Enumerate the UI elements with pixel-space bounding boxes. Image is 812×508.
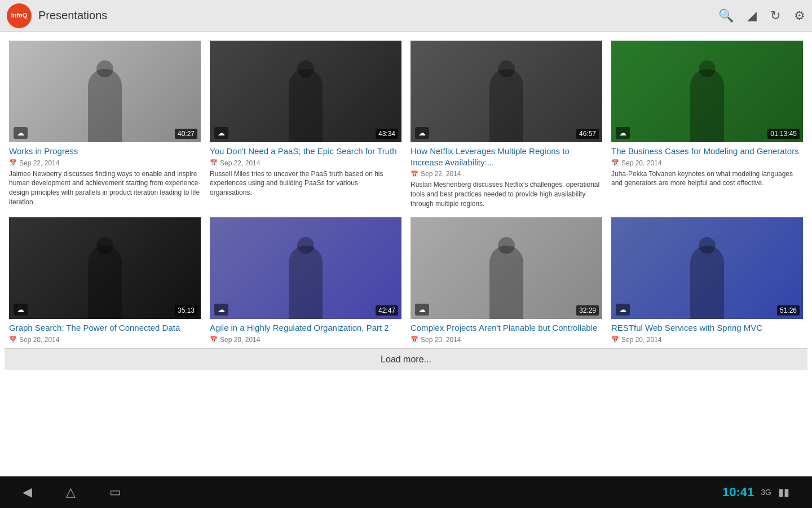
thumbnail: ☁ 46:57 [411,41,602,142]
date-text: Sep 22, 2014 [220,159,260,167]
person-silhouette [88,246,122,319]
video-duration: 43:34 [376,129,398,139]
thumbnail-wrap: ☁ 43:34 [210,41,401,142]
card-title: Complex Projects Aren't Planable but Con… [411,322,602,334]
battery-icon: ▮▮ [778,486,789,498]
card-title: Works in Progress [9,146,201,157]
card-description: Jaimee Newberry discusses finding ways t… [9,169,201,207]
date-text: Sep 20, 2014 [621,336,661,344]
download-cloud-icon: ☁ [214,304,228,316]
status-area: 10:41 3G ▮▮ [722,485,789,500]
date-text: Sep 20, 2014 [19,336,59,344]
search-icon[interactable]: 🔍 [718,8,734,23]
download-cloud-icon: ☁ [415,127,429,139]
video-duration: 46:57 [576,129,599,139]
logo-text: InfoQ [11,12,28,19]
calendar-icon: 📅 [210,159,218,167]
thumbnail-wrap: ☁ 40:27 [9,41,201,142]
card-title: How Netflix Leverages Multiple Regions t… [411,146,602,168]
video-duration: 42:47 [376,305,398,316]
calendar-icon: 📅 [411,336,418,343]
video-duration: 32:29 [576,305,599,316]
date-text: Sep 22, 2014 [19,159,59,167]
card-date: 📅 Sep 20, 2014 [411,336,602,344]
recent-apps-icon[interactable]: ▭ [109,485,121,500]
thumbnail-wrap: ☁ 32:29 [411,217,602,319]
presentation-card-1[interactable]: ☁ 43:34 You Don't Need a PaaS; the Epic … [205,36,406,213]
card-description: Juha-Pekka Tolvanen keynotes on what mod… [611,169,803,189]
date-text: Sep 22, 2014 [421,170,461,178]
load-more-label: Load more... [381,354,431,364]
card-title: Agile in a Highly Regulated Organization… [210,322,401,334]
presentation-card-5[interactable]: ☁ 42:47 Agile in a Highly Regulated Orga… [205,213,406,348]
nav-buttons: ◀ △ ▭ [23,485,121,500]
date-text: Sep 20, 2014 [621,159,661,167]
card-date: 📅 Sep 22, 2014 [411,170,602,178]
calendar-icon: 📅 [210,336,218,343]
person-silhouette [289,246,323,319]
calendar-icon: 📅 [411,170,418,178]
card-date: 📅 Sep 20, 2014 [611,336,803,344]
presentation-card-4[interactable]: ☁ 35:13 Graph Search: The Power of Conne… [5,213,205,348]
thumbnail-wrap: ☁ 01:13:45 [611,41,803,142]
card-description: Ruslan Meshenberg discusses Netflix's ch… [411,180,602,208]
thumbnail: ☁ 43:34 [210,41,401,142]
clock: 10:41 [722,485,754,500]
topbar-actions: 🔍 ◢ ↻ ⚙ [718,8,805,23]
person-silhouette [690,69,724,142]
video-duration: 40:27 [175,129,197,139]
video-duration: 51:26 [777,305,800,316]
card-title: The Business Cases for Modeling and Gene… [611,146,803,157]
thumbnail: ☁ 51:26 [611,217,803,319]
card-title: RESTful Web Services with Spring MVC [611,322,803,334]
thumbnail: ☁ 01:13:45 [611,41,803,142]
back-icon[interactable]: ◀ [23,485,32,500]
filter-icon[interactable]: ◢ [747,8,757,23]
thumbnail-wrap: ☁ 42:47 [210,217,401,319]
video-duration: 35:13 [175,305,197,316]
card-title: You Don't Need a PaaS; the Epic Search f… [210,146,401,157]
person-silhouette [489,69,523,142]
presentations-grid: ☁ 40:27 Works in Progress 📅 Sep 22, 2014… [5,36,807,348]
thumbnail: ☁ 32:29 [411,217,602,319]
date-text: Sep 20, 2014 [421,336,461,344]
calendar-icon: 📅 [9,159,17,167]
thumbnail: ☁ 40:27 [9,41,201,142]
main-content: ☁ 40:27 Works in Progress 📅 Sep 22, 2014… [0,32,812,476]
presentation-card-0[interactable]: ☁ 40:27 Works in Progress 📅 Sep 22, 2014… [5,36,205,213]
card-title: Graph Search: The Power of Connected Dat… [9,322,201,334]
download-cloud-icon: ☁ [616,127,630,139]
video-duration: 01:13:45 [767,129,800,139]
calendar-icon: 📅 [9,336,17,343]
person-silhouette [289,69,323,142]
card-date: 📅 Sep 22, 2014 [210,159,401,167]
download-cloud-icon: ☁ [214,127,228,139]
presentation-card-3[interactable]: ☁ 01:13:45 The Business Cases for Modeli… [607,36,807,213]
refresh-icon[interactable]: ↻ [770,8,780,23]
thumbnail: ☁ 42:47 [210,217,401,319]
thumbnail-wrap: ☁ 51:26 [611,217,803,319]
date-text: Sep 20, 2014 [220,336,260,344]
card-date: 📅 Sep 22, 2014 [9,159,201,167]
network-indicator: 3G [761,488,771,497]
presentation-card-2[interactable]: ☁ 46:57 How Netflix Leverages Multiple R… [406,36,607,213]
thumbnail-wrap: ☁ 46:57 [411,41,602,142]
calendar-icon: 📅 [611,336,619,343]
load-more-button[interactable]: Load more... [5,348,807,370]
download-cloud-icon: ☁ [415,304,429,316]
calendar-icon: 📅 [611,159,619,167]
app-logo[interactable]: InfoQ [7,3,32,28]
card-date: 📅 Sep 20, 2014 [9,336,201,344]
presentation-card-6[interactable]: ☁ 32:29 Complex Projects Aren't Planable… [406,213,607,348]
top-bar: InfoQ Presentations 🔍 ◢ ↻ ⚙ [0,0,812,32]
card-description: Russell Miles tries to uncover the PaaS … [210,169,401,198]
download-cloud-icon: ☁ [14,127,28,139]
bottom-navigation-bar: ◀ △ ▭ 10:41 3G ▮▮ [0,476,812,508]
app-title: Presentations [38,9,718,22]
person-silhouette [489,246,523,319]
presentation-card-7[interactable]: ☁ 51:26 RESTful Web Services with Spring… [607,213,807,348]
home-icon[interactable]: △ [66,485,76,500]
settings-icon[interactable]: ⚙ [794,8,805,23]
person-silhouette [690,246,724,319]
card-date: 📅 Sep 20, 2014 [210,336,401,344]
